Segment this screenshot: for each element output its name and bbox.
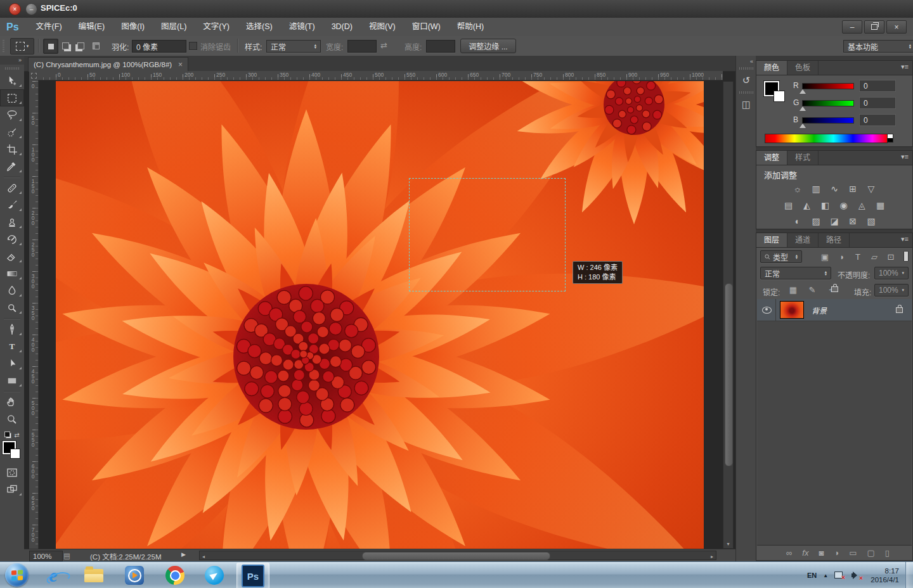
vertical-scrollbar-thumb[interactable] xyxy=(725,283,733,466)
background-color-swatch[interactable] xyxy=(774,91,785,102)
menu-select[interactable]: 选择(S) xyxy=(238,18,281,36)
eraser-tool[interactable] xyxy=(0,248,24,265)
panel-menu-icon[interactable]: ▾≡ xyxy=(901,235,909,243)
new-layer-icon[interactable]: ▢ xyxy=(867,548,874,558)
threshold-icon[interactable]: ◪ xyxy=(827,215,842,227)
channel-slider-thumb[interactable] xyxy=(800,89,806,94)
layer-visibility-eye-icon[interactable] xyxy=(762,307,772,314)
quick-selection-tool[interactable] xyxy=(0,124,24,141)
path-selection-tool[interactable] xyxy=(0,355,24,372)
swap-dimensions-icon[interactable]: ⇄ xyxy=(380,41,387,50)
network-icon[interactable]: × xyxy=(834,572,844,579)
rectangle-tool[interactable] xyxy=(0,372,24,389)
menu-filter[interactable]: 滤镜(T) xyxy=(281,18,323,36)
tooldock-collapse-icon[interactable]: » xyxy=(0,56,24,65)
gradient-tool[interactable] xyxy=(0,265,24,282)
channel-value-field[interactable]: 0 xyxy=(859,114,896,126)
pen-tool[interactable] xyxy=(0,321,24,338)
channel-value-field[interactable]: 0 xyxy=(859,97,896,109)
layer-effects-icon[interactable]: fx xyxy=(802,548,808,558)
delete-layer-icon[interactable]: ▯ xyxy=(885,548,890,558)
layer-name[interactable]: 背景 xyxy=(812,305,827,316)
scroll-right-icon[interactable]: ▸ xyxy=(709,554,715,559)
invert-icon[interactable]: ◐ xyxy=(790,215,805,227)
black-white-icon[interactable]: ◧ xyxy=(818,199,833,212)
color-panel-swatches[interactable] xyxy=(764,81,789,106)
filter-adjustment-layers-icon[interactable]: ◑ xyxy=(835,252,848,262)
brightness-contrast-icon[interactable]: ☼ xyxy=(790,182,805,195)
color-balance-icon[interactable]: ◭ xyxy=(800,199,815,212)
tab-styles[interactable]: 样式 xyxy=(787,151,819,165)
vibrance-icon[interactable]: ▽ xyxy=(864,182,879,195)
dock-collapse-icon[interactable]: « xyxy=(736,56,756,65)
rectangular-marquee-tool[interactable] xyxy=(0,89,24,106)
photo-filter-icon[interactable]: ◉ xyxy=(836,199,851,212)
taskbar-file-explorer[interactable] xyxy=(81,565,107,586)
horizontal-scrollbar[interactable]: ◂ ▸ xyxy=(199,551,716,560)
filter-type-layers-icon[interactable]: T xyxy=(851,252,864,262)
lasso-tool[interactable] xyxy=(0,106,24,124)
close-icon[interactable]: × xyxy=(9,3,21,15)
channel-slider[interactable] xyxy=(802,117,854,124)
layer-filter-toggle[interactable] xyxy=(903,251,909,262)
width-input[interactable] xyxy=(347,40,377,53)
crop-tool[interactable] xyxy=(0,141,24,158)
channel-slider-thumb[interactable] xyxy=(800,106,806,111)
filter-smart-objects-icon[interactable]: ⊡ xyxy=(884,252,897,262)
ruler-origin[interactable] xyxy=(29,71,39,80)
tool-preset-button[interactable]: ▾ xyxy=(10,38,34,54)
show-desktop-button[interactable] xyxy=(905,562,913,588)
horizontal-ruler[interactable]: 0501001502002503003504004505005506006507… xyxy=(38,71,723,80)
channel-value-field[interactable]: 0 xyxy=(859,80,896,92)
tab-color[interactable]: 颜色 xyxy=(756,61,787,75)
tab-adjustments[interactable]: 调整 xyxy=(756,151,787,165)
menu-image[interactable]: 图像(I) xyxy=(113,18,153,36)
panel-menu-icon[interactable]: ▾≡ xyxy=(901,63,909,71)
vertical-scrollbar[interactable]: ▾ xyxy=(723,81,734,549)
zoom-level-field[interactable]: 100% xyxy=(29,551,63,561)
workspace-dropdown[interactable]: 基本功能 ▴▾ xyxy=(843,40,913,53)
new-adjustment-layer-icon[interactable]: ◑ xyxy=(834,548,839,558)
antialias-checkbox[interactable] xyxy=(189,42,197,50)
intersect-selection-button[interactable] xyxy=(89,39,103,53)
app-minimize-button[interactable]: – xyxy=(842,20,862,34)
minimize-icon[interactable]: – xyxy=(25,3,37,15)
layer-filter-type-dropdown[interactable]: 类型 ▴▾ xyxy=(760,250,802,263)
add-selection-button[interactable] xyxy=(58,39,72,53)
subtract-selection-button[interactable] xyxy=(74,39,87,53)
height-input[interactable] xyxy=(426,40,455,53)
menu-3d[interactable]: 3D(D) xyxy=(323,18,361,36)
history-brush-tool[interactable] xyxy=(0,231,24,248)
app-restore-button[interactable] xyxy=(864,20,884,34)
menu-edit[interactable]: 编辑(E) xyxy=(70,18,113,36)
taskbar-photoshop-active[interactable]: Ps xyxy=(236,563,269,588)
lock-transparency-icon[interactable]: ▦ xyxy=(787,285,800,295)
brush-tool[interactable] xyxy=(0,196,24,214)
layer-thumbnail[interactable] xyxy=(780,301,804,319)
style-dropdown[interactable]: 正常 ▴▾ xyxy=(266,40,321,53)
vertical-ruler[interactable]: 0501001502002503003504004505005506006507… xyxy=(29,80,39,549)
clone-stamp-tool[interactable] xyxy=(0,214,24,231)
dodge-tool[interactable] xyxy=(0,299,24,316)
selective-color-icon[interactable]: ▧ xyxy=(864,215,879,227)
properties-panel-icon[interactable]: ◫ xyxy=(738,96,754,113)
gradient-map-icon[interactable]: ⊠ xyxy=(845,215,860,227)
document-tab[interactable]: (C) Chrysanthemum.jpg @ 100%(RGB/8#) × xyxy=(28,57,188,72)
taskbar-chrome[interactable] xyxy=(162,565,188,586)
opacity-dropdown[interactable]: 100%▾ xyxy=(874,267,909,279)
tray-language[interactable]: EN xyxy=(807,572,817,579)
menu-file[interactable]: 文件(F) xyxy=(28,18,70,36)
hand-tool[interactable] xyxy=(0,393,24,411)
feather-input[interactable]: 0 像素 xyxy=(132,40,186,53)
type-tool[interactable]: T xyxy=(0,338,24,355)
posterize-icon[interactable]: ▨ xyxy=(808,215,824,227)
canvas[interactable]: W : 246 像素 H : 180 像素 xyxy=(56,81,704,549)
channel-slider[interactable] xyxy=(802,83,854,89)
lock-all-icon[interactable] xyxy=(831,286,838,292)
spectrum-black-swatch[interactable] xyxy=(887,138,893,143)
link-layers-icon[interactable]: ∞ xyxy=(786,548,792,558)
blend-mode-dropdown[interactable]: 正常▴▾ xyxy=(760,267,831,279)
menu-layer[interactable]: 图层(L) xyxy=(153,18,195,36)
color-spectrum-ramp[interactable] xyxy=(765,134,888,143)
menu-window[interactable]: 窗口(W) xyxy=(404,18,449,36)
